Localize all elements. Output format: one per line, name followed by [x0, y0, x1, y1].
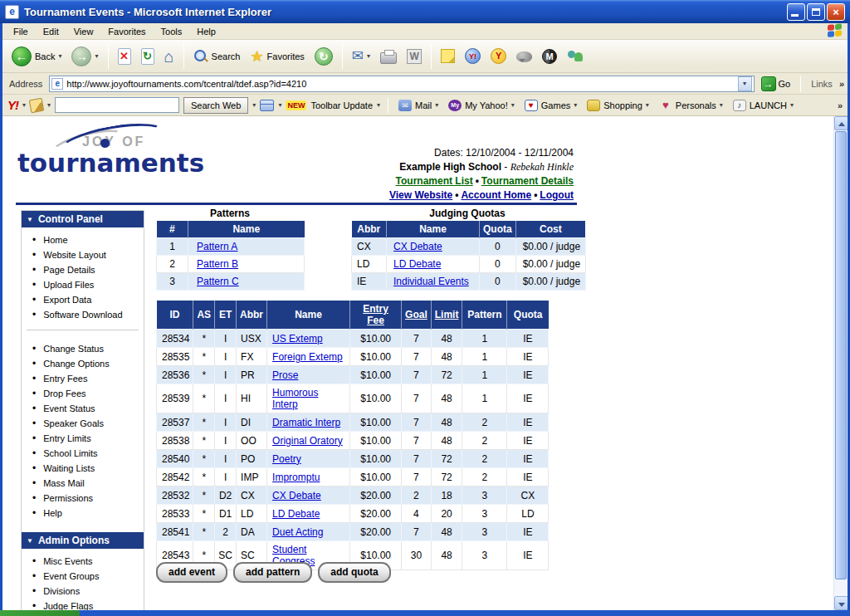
column-header-entry-fee[interactable]: Entry Fee [350, 301, 402, 330]
menu-edit[interactable]: Edit [36, 24, 66, 39]
history-button[interactable]: ↻ [310, 46, 337, 67]
mail-button[interactable]: ✉ ▾ [348, 46, 374, 66]
sidebar-item-change-status[interactable]: •Change Status [22, 341, 144, 356]
event-link-impromptu[interactable]: Impromptu [272, 472, 320, 483]
yahoo-more-chevron-icon[interactable]: » [838, 100, 843, 110]
sidebar-item-export-data[interactable]: •Export Data [22, 292, 144, 307]
minimize-button[interactable] [787, 3, 805, 21]
forward-dropdown-icon[interactable]: ▾ [95, 52, 98, 60]
mail-dropdown-icon[interactable]: ▾ [367, 52, 370, 60]
sidebar-item-speaker-goals[interactable]: •Speaker Goals [22, 416, 144, 431]
event-link-poetry[interactable]: Poetry [272, 453, 301, 465]
yahoo-mail-dropdown-icon[interactable]: ▾ [435, 101, 438, 109]
sidebar-item-page-details[interactable]: •Page Details [22, 262, 144, 277]
menu-tools[interactable]: Tools [154, 24, 190, 39]
sidebar-item-mass-mail[interactable]: •Mass Mail [22, 476, 144, 491]
sidebar-item-software-download[interactable]: •Software Download [22, 307, 144, 322]
sidebar-item-change-options[interactable]: •Change Options [22, 356, 144, 371]
sidebar-item-entry-limits[interactable]: •Entry Limits [22, 431, 144, 446]
sidebar-item-event-groups[interactable]: •Event Groups [22, 569, 144, 584]
menu-view[interactable]: View [66, 24, 101, 39]
sidebar-item-divisions[interactable]: •Divisions [22, 584, 144, 599]
event-link-dramatic-interp[interactable]: Dramatic Interp [272, 417, 340, 428]
sidebar-item-drop-fees[interactable]: •Drop Fees [22, 386, 144, 401]
sidebar-item-waiting-lists[interactable]: •Waiting Lists [22, 461, 144, 476]
yahoo-my-yahoo-button[interactable]: MyMy Yahoo!▾ [446, 99, 517, 112]
scroll-down-button[interactable] [834, 596, 848, 610]
menu-favorites[interactable]: Favorites [100, 24, 153, 39]
favorites-button[interactable]: ★ Favorites [246, 46, 308, 67]
yahoo-logo-dropdown-icon[interactable]: ▾ [22, 101, 26, 109]
links-label[interactable]: Links [808, 79, 836, 89]
messenger-button[interactable] [563, 47, 588, 66]
event-link-duet-acting[interactable]: Duet Acting [272, 526, 323, 538]
sidebar-item-misc-events[interactable]: •Misc Events [22, 554, 144, 569]
column-header-limit[interactable]: Limit [431, 301, 462, 330]
toolbar-update-label[interactable]: Toolbar Update [310, 100, 373, 110]
event-link-prose[interactable]: Prose [272, 369, 298, 381]
discuss-button[interactable] [512, 48, 536, 64]
home-button[interactable]: ⌂ [160, 46, 178, 66]
yahoo-launch-button[interactable]: ♪LAUNCH▾ [730, 99, 796, 112]
media-button[interactable]: M [538, 47, 561, 66]
go-button[interactable]: → Go [758, 76, 794, 92]
logout-link[interactable]: Logout [540, 189, 574, 201]
column-header-goal[interactable]: Goal [402, 301, 432, 330]
yahoo-shopping-button[interactable]: Shopping▾ [584, 99, 652, 112]
sidebar-item-website-layout[interactable]: •Website Layout [22, 247, 144, 262]
pattern-link-pattern-c[interactable]: Pattern C [197, 276, 239, 287]
quota-link-ld-debate[interactable]: LD Debate [393, 258, 441, 270]
yahoo-my-yahoo-dropdown-icon[interactable]: ▾ [511, 101, 515, 109]
menu-file[interactable]: File [6, 24, 36, 39]
sidebar-item-judge-flags[interactable]: •Judge Flags [22, 599, 144, 610]
sidebar-item-help[interactable]: •Help [22, 506, 144, 521]
back-dropdown-icon[interactable]: ▾ [58, 52, 61, 60]
account-home-link[interactable]: Account Home [461, 189, 531, 201]
search-web-dropdown-icon[interactable]: ▾ [252, 101, 256, 109]
menu-help[interactable]: Help [189, 24, 223, 39]
event-link-foreign-extemp[interactable]: Foreign Extemp [272, 351, 343, 363]
sidebar-item-upload-files[interactable]: •Upload Files [22, 277, 144, 292]
back-button[interactable]: ← Back ▾ [7, 45, 66, 68]
pencil-icon[interactable] [29, 97, 45, 113]
stop-button[interactable]: ✕ [114, 46, 135, 66]
yahoo-mail-button[interactable]: ✉Mail▾ [396, 99, 441, 112]
tiles-dropdown-icon[interactable]: ▾ [278, 101, 281, 109]
sidebar-item-event-status[interactable]: •Event Status [22, 401, 144, 416]
address-input[interactable] [66, 79, 734, 89]
yahoo-messenger-button[interactable]: Y [486, 46, 510, 66]
sidebar-item-entry-fees[interactable]: •Entry Fees [22, 371, 144, 386]
add-quota-button[interactable]: add quota [318, 562, 390, 583]
yahoo-logo[interactable]: Y! [7, 98, 18, 112]
restore-button[interactable] [807, 3, 825, 21]
vertical-scrollbar[interactable] [833, 116, 848, 610]
event-link-cx-debate[interactable]: CX Debate [272, 490, 321, 501]
yahoo-search-input[interactable] [55, 97, 179, 113]
tournament-details-link[interactable]: Tournament Details [481, 175, 574, 187]
pencil-dropdown-icon[interactable]: ▾ [47, 101, 51, 109]
sidebar-item-home[interactable]: •Home [22, 232, 144, 247]
quota-link-individual-events[interactable]: Individual Events [393, 276, 469, 287]
edit-with-word-button[interactable]: W [403, 47, 426, 66]
search-button[interactable]: Search [189, 47, 245, 66]
notes-button[interactable] [437, 47, 459, 65]
address-dropdown-button[interactable]: ▾ [738, 76, 752, 91]
pattern-link-pattern-b[interactable]: Pattern B [197, 258, 238, 270]
window-tiles-icon[interactable] [260, 100, 274, 111]
yahoo-games-button[interactable]: ♥Games▾ [522, 99, 579, 112]
forward-button[interactable]: → ▾ [67, 45, 102, 68]
yahoo-search-web-button[interactable]: Search Web [183, 97, 248, 114]
yahoo-games-dropdown-icon[interactable]: ▾ [574, 101, 577, 109]
sidebar-item-school-limits[interactable]: •School Limits [22, 446, 144, 461]
add-event-button[interactable]: add event [156, 562, 227, 583]
event-link-us-extemp[interactable]: US Extemp [272, 333, 323, 345]
add-pattern-button[interactable]: add pattern [233, 562, 312, 583]
tournament-list-link[interactable]: Tournament List [396, 175, 473, 187]
update-dropdown-icon[interactable]: ▾ [377, 101, 380, 109]
print-button[interactable] [376, 47, 401, 66]
links-chevron-icon[interactable]: » [839, 79, 844, 89]
yahoo-shopping-dropdown-icon[interactable]: ▾ [646, 101, 649, 109]
yahoo-personals-dropdown-icon[interactable]: ▾ [720, 101, 723, 109]
yahoo-launch-dropdown-icon[interactable]: ▾ [790, 101, 794, 109]
yahoo-personals-button[interactable]: ♥Personals▾ [657, 99, 725, 112]
